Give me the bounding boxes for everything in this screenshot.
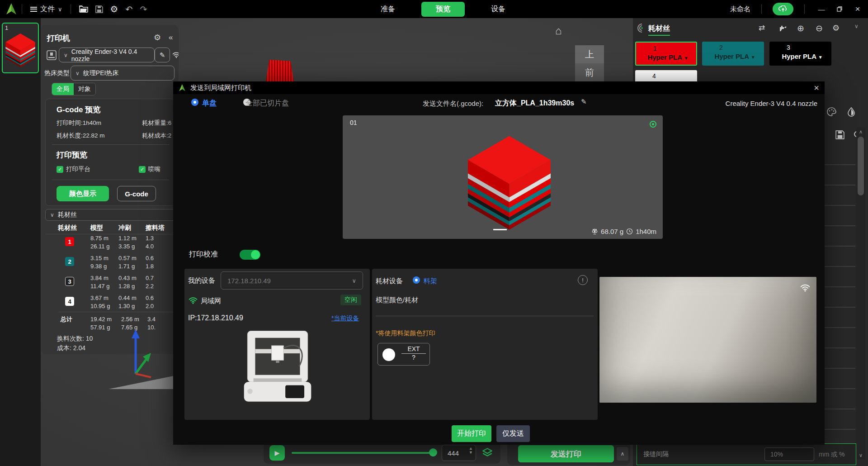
checkbox-nozzle[interactable]: ✓喷嘴 bbox=[139, 165, 160, 173]
add-filament-icon[interactable]: ⊕ bbox=[797, 23, 804, 33]
extruder-label: EXT ? bbox=[401, 345, 426, 361]
my-device-panel: 我的设备 172.18.210.49 ∨ 局域网 空闲 IP:172.18.21… bbox=[184, 269, 370, 420]
print-time: 打印时间:1h40m bbox=[57, 119, 101, 127]
redo-button[interactable]: ↷ bbox=[136, 0, 151, 18]
radio-single-label[interactable]: 单盘 bbox=[202, 99, 217, 108]
color-palette-icon[interactable] bbox=[826, 107, 836, 117]
cloud-upload-button[interactable] bbox=[773, 3, 793, 15]
filament-1-chip[interactable]: 1 bbox=[65, 237, 74, 246]
filename-value[interactable]: 立方体_PLA_1h39m30s bbox=[495, 99, 574, 108]
plate-thumbnail-1[interactable]: 1 bbox=[2, 23, 39, 73]
checkbox-checked-icon: ✓ bbox=[139, 166, 146, 173]
edit-filename-icon[interactable]: ✎ bbox=[581, 98, 587, 106]
print-preview-title: 打印预览 bbox=[57, 150, 87, 160]
cell: 0.72.2 bbox=[146, 274, 154, 290]
layers-icon[interactable] bbox=[481, 447, 493, 459]
filament-panel-title: 耗材丝 bbox=[648, 24, 670, 36]
panel-collapse-icon[interactable]: ∨ bbox=[854, 23, 859, 29]
collapse-panel-icon[interactable]: « bbox=[169, 33, 173, 42]
scroll-up-icon[interactable]: ∧ bbox=[856, 129, 865, 135]
checkbox-platform[interactable]: ✓打印平台 bbox=[57, 165, 90, 173]
radio-rack[interactable] bbox=[413, 276, 420, 284]
home-icon[interactable]: ⌂ bbox=[555, 25, 562, 36]
device-ip-text[interactable]: IP:172.18.210.49 bbox=[188, 314, 243, 322]
minimize-button[interactable]: — bbox=[816, 5, 827, 13]
tab-device[interactable]: 设备 bbox=[485, 2, 512, 16]
blend-color-icon[interactable] bbox=[846, 107, 856, 117]
camera-wifi-icon bbox=[800, 283, 810, 292]
layer-number-stepper[interactable]: 444 ▲▼ bbox=[442, 445, 476, 461]
send-only-button[interactable]: 仅发送 bbox=[496, 425, 530, 442]
rack-label[interactable]: 料架 bbox=[424, 277, 437, 285]
tab-prepare[interactable]: 准备 bbox=[374, 2, 401, 16]
bed-type-select[interactable]: ∨ 纹理PEI热床 bbox=[71, 66, 175, 81]
settings-scrollbar[interactable]: ∧ ∨ bbox=[856, 128, 865, 460]
maximize-button[interactable] bbox=[834, 6, 845, 12]
stepper-arrows[interactable]: ▲▼ bbox=[469, 447, 473, 455]
chevron-down-icon: ∨ bbox=[75, 70, 80, 76]
dropdown-triangle-icon: ▼ bbox=[751, 55, 755, 60]
axis-gizmo[interactable] bbox=[127, 328, 156, 379]
slot-material: Hyper PLA ▼ bbox=[773, 52, 831, 60]
filament-settings-gear-icon[interactable]: ⚙ bbox=[832, 23, 840, 33]
scroll-down-icon[interactable]: ∨ bbox=[856, 452, 865, 458]
flush-faucet-icon[interactable] bbox=[778, 24, 788, 32]
save-button[interactable] bbox=[92, 0, 107, 18]
open-file-button[interactable] bbox=[75, 0, 92, 18]
gcode-view-button[interactable]: G-code bbox=[117, 186, 156, 201]
tab-object[interactable]: 对象 bbox=[74, 83, 95, 95]
tab-global[interactable]: 全局 bbox=[52, 83, 74, 95]
color-display-button[interactable]: 颜色显示 bbox=[57, 186, 109, 201]
dialog-printer-name: Creality Ender-3 V4 0.4 nozzle bbox=[726, 100, 817, 107]
save-settings-icon[interactable] bbox=[835, 130, 844, 139]
start-print-button[interactable]: 开始打印 bbox=[452, 425, 491, 442]
chevron-down-icon: ∨ bbox=[58, 6, 62, 12]
filament-4-chip[interactable]: 4 bbox=[65, 297, 74, 306]
radio-single-plate[interactable] bbox=[191, 99, 198, 106]
plate-selected-indicator[interactable] bbox=[650, 121, 656, 128]
view-cube-top[interactable]: 上 bbox=[575, 45, 604, 63]
filament-slot-3[interactable]: 3 Hyper PLA ▼ bbox=[769, 42, 831, 66]
printer-wifi-icon[interactable] bbox=[172, 51, 179, 58]
sync-filament-icon[interactable]: ⇄ bbox=[759, 23, 765, 33]
seam-gap-input[interactable]: 10% bbox=[764, 447, 814, 461]
send-print-bar: 发送打印 ∧ bbox=[507, 442, 630, 465]
close-button[interactable]: × bbox=[852, 4, 863, 14]
remove-filament-icon[interactable]: ⊖ bbox=[816, 23, 823, 33]
filament-weight: 耗材重量:6 bbox=[142, 119, 171, 127]
plate-number: 1 bbox=[5, 24, 8, 31]
scrollbar-thumb[interactable] bbox=[858, 137, 864, 195]
filament-slot-2[interactable]: 2 Hyper PLA ▼ bbox=[702, 42, 764, 66]
edit-printer-button[interactable]: ✎ bbox=[155, 48, 170, 62]
extruder-mapping-box[interactable]: EXT ? bbox=[377, 343, 430, 366]
printer-select[interactable]: ∨ Creality Ender-3 V4 0.4 nozzle bbox=[59, 48, 155, 62]
play-button[interactable]: ▶ bbox=[269, 445, 285, 461]
slot-number: 1 bbox=[653, 45, 696, 52]
send-options-caret-button[interactable]: ∧ bbox=[617, 447, 628, 461]
dialog-close-icon[interactable]: × bbox=[814, 83, 819, 93]
send-print-button[interactable]: 发送打印 bbox=[518, 445, 614, 462]
file-menu-button[interactable]: 文件 ∨ bbox=[27, 0, 66, 18]
settings-button[interactable]: ⚙ bbox=[107, 0, 122, 18]
device-ip-select[interactable]: 172.18.210.49 ∨ bbox=[221, 271, 363, 290]
filament-change-count: 换料次数: 10 bbox=[57, 334, 93, 342]
radio-all-label[interactable]: 全部已切片盘 bbox=[245, 99, 289, 108]
filament-slot-1[interactable]: 1 Hyper PLA ▼ bbox=[635, 42, 697, 66]
tab-preview[interactable]: 预览 bbox=[421, 2, 465, 17]
slot-number: 4 bbox=[652, 72, 697, 80]
current-device-link[interactable]: *当前设备 bbox=[331, 314, 359, 323]
view-cube[interactable]: 上 前 bbox=[575, 45, 604, 81]
cloud-upload-icon bbox=[778, 5, 788, 13]
view-cube-front[interactable]: 前 bbox=[575, 63, 604, 81]
filament-2-chip[interactable]: 2 bbox=[65, 257, 74, 266]
undo-button[interactable]: ↶ bbox=[122, 0, 136, 18]
printer-gear-icon[interactable]: ⚙ bbox=[154, 33, 161, 42]
layer-slider-track[interactable] bbox=[292, 452, 433, 454]
checkbox-checked-icon: ✓ bbox=[57, 166, 63, 173]
layer-slider-knob[interactable] bbox=[429, 448, 437, 456]
cell: 0.61.8 bbox=[146, 254, 154, 271]
filament-table-collapse[interactable]: ∨ 耗材丝 bbox=[45, 209, 175, 221]
filament-3-chip[interactable]: 3 bbox=[65, 277, 74, 286]
calibration-toggle[interactable] bbox=[240, 250, 260, 260]
info-icon[interactable]: ! bbox=[578, 275, 588, 285]
